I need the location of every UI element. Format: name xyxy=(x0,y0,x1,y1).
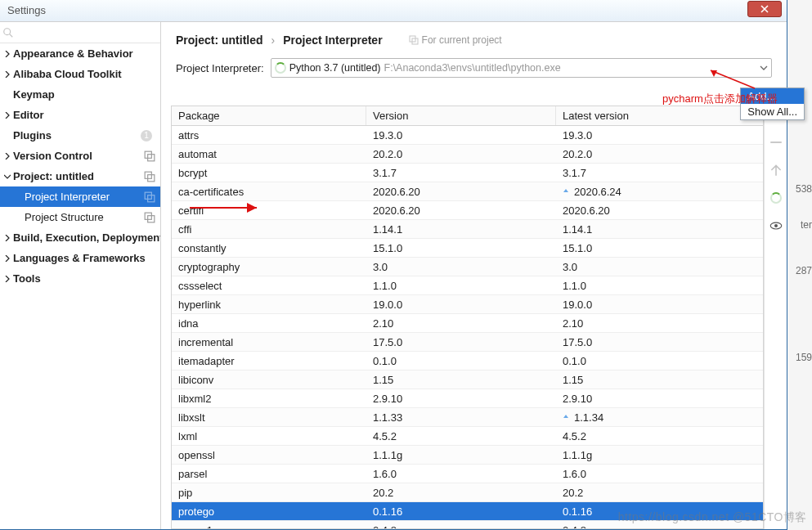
sidebar-item[interactable]: Project Structure xyxy=(0,207,160,227)
cell-latest: 20.2 xyxy=(556,487,763,499)
cell-latest: 17.5.0 xyxy=(556,336,763,348)
sidebar-item[interactable]: Languages & Frameworks xyxy=(0,248,160,268)
sidebar-item[interactable]: Tools xyxy=(0,268,160,289)
breadcrumb: Project: untitled › Project Interpreter … xyxy=(161,22,787,55)
cell-version: 3.1.7 xyxy=(366,167,556,179)
sidebar-item-label: Editor xyxy=(13,109,155,121)
col-package[interactable]: Package xyxy=(172,106,366,125)
col-latest[interactable]: Latest version xyxy=(556,106,763,125)
copy-icon xyxy=(144,171,155,182)
annotation-text: pycharm点击添加解释器 xyxy=(662,92,778,106)
svg-point-13 xyxy=(774,224,777,227)
caret-icon xyxy=(4,153,11,159)
stray-text: 287 xyxy=(796,265,812,276)
copy-icon xyxy=(144,212,155,223)
sidebar-item[interactable]: Alibaba Cloud Toolkit xyxy=(0,64,160,84)
search-field[interactable] xyxy=(17,26,157,38)
caret-icon xyxy=(4,71,11,78)
upgrade-package-button[interactable] xyxy=(769,163,783,177)
sidebar-item[interactable]: Project: untitled xyxy=(0,166,160,186)
cell-latest: 4.5.2 xyxy=(556,430,763,442)
cell-version: 17.5.0 xyxy=(366,336,556,348)
table-row[interactable]: pip20.220.2 xyxy=(172,483,763,502)
cell-package: hyperlink xyxy=(172,299,366,311)
scope-hint: For current project xyxy=(409,34,502,46)
cell-package: constantly xyxy=(172,242,366,254)
upgrade-available-icon xyxy=(563,414,569,420)
close-button[interactable] xyxy=(747,1,782,17)
table-row[interactable]: hyperlink19.0.019.0.0 xyxy=(172,295,763,314)
svg-line-1 xyxy=(10,34,13,37)
sidebar-item-label: Alibaba Cloud Toolkit xyxy=(13,68,155,80)
table-row[interactable]: cffi1.14.11.14.1 xyxy=(172,220,763,239)
package-toolbar xyxy=(764,97,787,529)
sidebar-nav: Appearance & BehaviorAlibaba Cloud Toolk… xyxy=(0,43,160,289)
table-row[interactable]: lxml4.5.24.5.2 xyxy=(172,427,763,446)
sidebar-item-label: Plugins xyxy=(13,129,141,141)
sidebar-item[interactable]: Editor xyxy=(0,105,160,125)
table-row[interactable]: idna2.102.10 xyxy=(172,314,763,333)
table-row[interactable]: bcrypt3.1.73.1.7 xyxy=(172,164,763,182)
table-row[interactable]: constantly15.1.015.1.0 xyxy=(172,239,763,258)
cell-latest: 1.1.1g xyxy=(556,449,763,461)
cell-version: 4.5.2 xyxy=(366,430,556,442)
caret-icon xyxy=(4,276,11,282)
show-early-button[interactable] xyxy=(769,218,783,233)
sidebar-item[interactable]: Plugins1 xyxy=(0,125,160,146)
cell-latest: 19.3.0 xyxy=(556,129,763,141)
table-row[interactable]: ca-certificates2020.6.202020.6.24 xyxy=(172,182,763,201)
sidebar-item[interactable]: Project Interpreter xyxy=(0,186,160,207)
sidebar-item[interactable]: Build, Execution, Deployment xyxy=(0,227,160,248)
cell-latest: 1.14.1 xyxy=(556,223,763,236)
loading-spinner-icon xyxy=(770,192,782,204)
cell-package: cffi xyxy=(172,223,366,236)
search-input[interactable] xyxy=(0,22,160,43)
sidebar-item[interactable]: Version Control xyxy=(0,146,160,166)
breadcrumb-project[interactable]: Project: untitled xyxy=(176,34,263,47)
table-row[interactable]: itemadapter0.1.00.1.0 xyxy=(172,352,763,371)
cell-version: 0.1.16 xyxy=(366,505,556,518)
cell-latest: 1.1.34 xyxy=(556,411,763,424)
cell-version: 1.1.1g xyxy=(366,449,556,461)
table-row[interactable]: libiconv1.151.15 xyxy=(172,371,763,389)
cell-version: 20.2 xyxy=(366,487,556,499)
search-icon xyxy=(2,27,14,38)
refresh-button[interactable] xyxy=(769,191,783,205)
annotation-arrow-icon xyxy=(706,67,756,90)
cell-latest: 2020.6.20 xyxy=(556,204,763,217)
sidebar-item[interactable]: Keymap xyxy=(0,84,160,105)
sidebar-item-label: Tools xyxy=(13,272,155,285)
table-row[interactable]: libxml22.9.102.9.10 xyxy=(172,389,763,408)
cell-latest: 1.1.0 xyxy=(556,280,763,292)
caret-icon xyxy=(4,255,11,262)
cell-version: 20.2.0 xyxy=(366,148,556,160)
cell-version: 3.0 xyxy=(366,261,556,273)
table-row[interactable]: incremental17.5.017.5.0 xyxy=(172,333,763,352)
table-body[interactable]: attrs19.3.019.3.0automat20.2.020.2.0bcry… xyxy=(172,126,763,528)
sidebar-item[interactable]: Appearance & Behavior xyxy=(0,43,160,64)
table-row[interactable]: cryptography3.03.0 xyxy=(172,258,763,276)
cell-package: libiconv xyxy=(172,374,366,386)
cell-version: 19.3.0 xyxy=(366,129,556,141)
table-row[interactable]: parsel1.6.01.6.0 xyxy=(172,465,763,483)
table-row[interactable]: attrs19.3.019.3.0 xyxy=(172,126,763,145)
svg-point-0 xyxy=(4,28,11,34)
cell-version: 0.1.0 xyxy=(366,355,556,367)
cell-package: openssl xyxy=(172,449,366,461)
remove-package-button[interactable] xyxy=(769,135,783,150)
annotation-arrow-icon xyxy=(188,200,265,215)
table-row[interactable]: cssselect1.1.01.1.0 xyxy=(172,276,763,295)
cell-latest: 2.10 xyxy=(556,317,763,330)
sidebar-item-label: Version Control xyxy=(13,150,144,162)
cell-version: 2020.6.20 xyxy=(366,186,556,198)
svg-marker-17 xyxy=(247,203,257,213)
interpreter-dropdown[interactable]: Python 3.7 (untitled) F:\Anaconda3\envs\… xyxy=(271,58,772,78)
table-row[interactable]: automat20.2.020.2.0 xyxy=(172,145,763,164)
interpreter-label: Project Interpreter: xyxy=(176,62,264,74)
cell-package: pyasn1 xyxy=(172,524,366,529)
table-row[interactable]: openssl1.1.1g1.1.1g xyxy=(172,446,763,465)
cell-package: lxml xyxy=(172,430,366,442)
col-version[interactable]: Version xyxy=(366,106,556,125)
window-title: Settings xyxy=(7,4,46,16)
table-row[interactable]: libxslt1.1.331.1.34 xyxy=(172,408,763,427)
